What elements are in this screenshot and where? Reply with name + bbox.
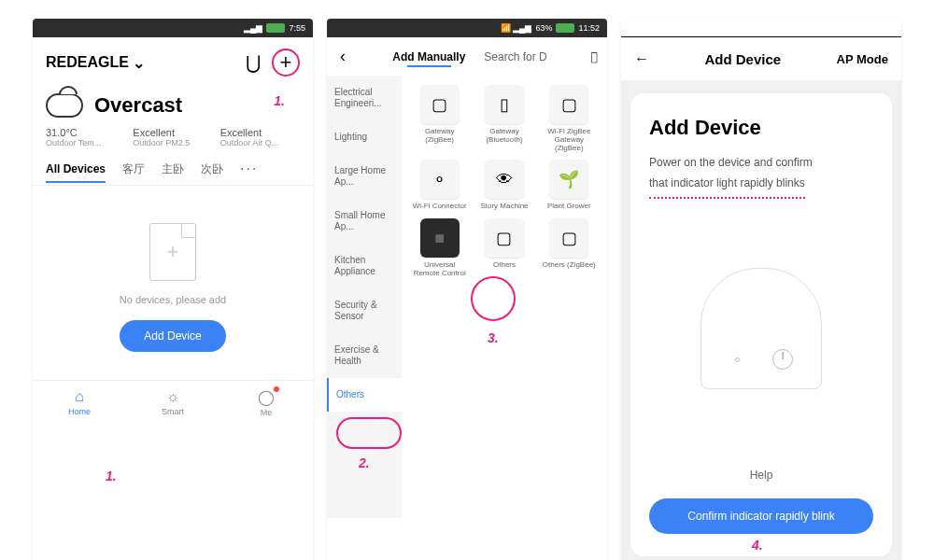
sidebar-item[interactable]: Small Home Ap...	[327, 199, 402, 244]
bottom-nav: ⌂Home ☼Smart ◯Me	[33, 380, 313, 421]
weather-stats: 31.0°COutdoor Tem... ExcellentOutdoor PM…	[33, 121, 313, 161]
wifi-icon: 📶 ▂▄▆	[501, 23, 532, 33]
add-device-button[interactable]: Add Device	[120, 320, 225, 352]
instruction-line: Power on the device and confirm	[649, 153, 873, 174]
annotation-1b: 1.	[106, 469, 117, 483]
indicator-dot-icon	[735, 357, 740, 362]
annotation-2: 2.	[359, 455, 370, 470]
back-icon[interactable]: ‹	[336, 47, 349, 66]
screen-add-manually: 📶 ▂▄▆ 63% 11:52 ‹ Add Manually Search fo…	[327, 19, 607, 560]
device-card: Add Device Power on the device and confi…	[630, 93, 892, 556]
sidebar-item[interactable]: Electrical Engineeri...	[327, 76, 402, 120]
status-bar: 📶 ▂▄▆ 63% 11:52	[327, 19, 607, 37]
annotation-1a: 1.	[274, 93, 285, 108]
tab-room[interactable]: 主卧	[162, 161, 184, 177]
sidebar-item[interactable]: Lighting	[327, 120, 402, 154]
weather-condition: Overcast	[94, 93, 182, 118]
sidebar-item-others[interactable]: Others	[327, 378, 402, 412]
power-icon	[772, 349, 793, 370]
device-item[interactable]: 👁Story Machine	[475, 160, 532, 211]
device-item[interactable]: ■Universal Remote Control	[411, 218, 468, 278]
signal-icon: ▂▄▆	[244, 23, 262, 33]
cloud-icon	[46, 93, 83, 118]
sidebar-item[interactable]: Kitchen Appliance	[327, 244, 402, 288]
annotation-3: 3.	[488, 330, 499, 345]
nav-me[interactable]: ◯Me	[219, 388, 313, 417]
tab-all-devices[interactable]: All Devices	[46, 162, 106, 175]
ap-mode-button[interactable]: AP Mode	[837, 52, 888, 66]
empty-text: No devices, please add	[33, 294, 313, 305]
instruction-line: that indicator light rapidly blinks	[649, 174, 873, 200]
device-item[interactable]: ▢Others (ZigBee)	[541, 218, 598, 278]
file-plus-icon: +	[149, 223, 196, 281]
empty-state: + No devices, please add Add Device	[33, 186, 313, 371]
scan-icon[interactable]: ⌷	[590, 49, 598, 64]
card-title: Add Device	[649, 116, 873, 140]
sidebar-item[interactable]: Exercise & Health	[327, 333, 402, 378]
mic-icon[interactable]: ⋃	[246, 51, 261, 74]
help-link[interactable]: Help	[649, 469, 873, 482]
room-tabs: All Devices 客厅 主卧 次卧 ···	[33, 161, 313, 186]
battery-icon	[266, 23, 285, 33]
device-item[interactable]: ▢Gateway (ZigBee)	[411, 85, 468, 152]
home-icon: ⌂	[33, 388, 126, 405]
confirm-button[interactable]: Confirm indicator rapidly blink	[649, 498, 873, 534]
tab-room[interactable]: 客厅	[122, 161, 145, 177]
device-illustration	[649, 208, 873, 448]
device-item[interactable]: ⚬Wi-Fi Connector	[411, 160, 468, 211]
category-sidebar: Electrical Engineeri... Lighting Large H…	[327, 76, 402, 518]
sun-icon: ☼	[126, 388, 219, 405]
nav-smart[interactable]: ☼Smart	[126, 388, 219, 417]
status-bar	[621, 19, 901, 37]
device-item-others[interactable]: ▢Others	[475, 218, 532, 278]
nav-home[interactable]: ⌂Home	[33, 388, 126, 417]
person-icon: ◯	[219, 388, 313, 406]
screen-home: ▂▄▆ 7:55 REDEAGLE ⌄ ⋃ + 1. Overcast 31.0…	[33, 19, 313, 560]
battery-icon	[556, 23, 574, 33]
device-item[interactable]: ▢Wi-Fi ZigBee Gateway (ZigBee)	[541, 85, 598, 152]
chevron-down-icon: ⌄	[133, 54, 145, 72]
screen-confirm-device: ← Add Device AP Mode Add Device Power on…	[621, 19, 901, 560]
device-item[interactable]: 🌱Plant Grower	[541, 160, 598, 211]
annotation-4: 4.	[752, 538, 763, 553]
tab-add-manually[interactable]: Add Manually	[392, 50, 465, 63]
status-bar: ▂▄▆ 7:55	[33, 19, 313, 37]
status-time: 7:55	[289, 23, 305, 33]
tabs-more[interactable]: ···	[240, 161, 258, 177]
sidebar-item[interactable]: Security & Sensor	[327, 288, 402, 333]
header-title: Add Device	[704, 51, 781, 67]
back-arrow-icon[interactable]: ←	[634, 50, 649, 67]
device-grid: ▢Gateway (ZigBee) ▯Gateway (Bluetooth) ▢…	[402, 76, 607, 518]
tab-room[interactable]: 次卧	[201, 161, 223, 177]
device-item[interactable]: ▯Gateway (Bluetooth)	[475, 85, 532, 152]
tab-search-device[interactable]: Search for D	[484, 50, 546, 63]
home-selector[interactable]: REDEAGLE ⌄	[46, 54, 145, 72]
sidebar-item[interactable]: Large Home Ap...	[327, 154, 402, 199]
add-icon[interactable]: +	[272, 49, 300, 77]
